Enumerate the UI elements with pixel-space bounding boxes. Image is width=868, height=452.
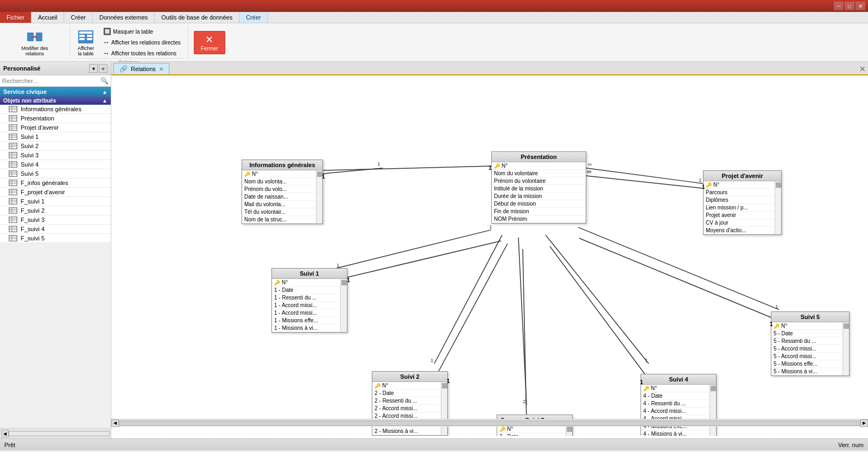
relations-tab-label: Relations (131, 66, 156, 72)
canvas-scroll-left[interactable]: ◀ (111, 419, 119, 427)
sidebar-item-suivi2[interactable]: Suivi 2 (0, 142, 111, 151)
svg-rect-63 (9, 226, 17, 232)
svg-rect-27 (9, 143, 17, 149)
relations-svg: 1 1 ∞ 1 1 1 1 2 (111, 75, 868, 436)
sidebar-header-btns[interactable]: ▾ « (89, 64, 107, 73)
sidebar-item-suivi1[interactable]: Suivi 1 (0, 132, 111, 142)
table-pa-row-2: Diplômes (704, 196, 775, 204)
table-icon-projet-avenir (9, 124, 17, 131)
table-icon-f-suivi3 (9, 217, 17, 223)
table-icon-f-suivi1 (9, 198, 17, 205)
minimize-btn[interactable]: ─ (834, 2, 844, 10)
table-s5-scrollbar[interactable] (842, 322, 849, 375)
sidebar-item-presentation[interactable]: Présentation (0, 114, 111, 123)
table-pa-row-4: Projet avenir (704, 212, 775, 219)
svg-line-74 (434, 244, 508, 379)
relations-directes-icon: ↔ (103, 39, 110, 46)
table-pa-scrollbar[interactable] (775, 181, 781, 234)
sidebar-item-f-suivi4[interactable]: F_suivi 4 (0, 225, 111, 234)
table-pres-row-4: Durée de la mission (492, 193, 586, 200)
relations-directes-label: Afficher les relations directes (111, 40, 181, 46)
key-icon-s4: 🔑 (643, 386, 649, 391)
tab-creer[interactable]: Créer (64, 12, 93, 23)
sidebar-item-f-suivi2[interactable]: F_suivi 2 (0, 206, 111, 215)
table-s2-scrollbar[interactable] (441, 382, 447, 435)
table-projet-avenir[interactable]: Projet d'avenir 🔑N° Parcours Diplômes Li… (703, 170, 782, 235)
sidebar-subsection-objets[interactable]: Objets non attribués ▲ (0, 97, 111, 105)
tab-creer-2[interactable]: Créer (239, 12, 268, 23)
table-s2-inner: 🔑N° 2 - Date 2 - Ressenti du ... 2 - Acc… (372, 382, 447, 435)
svg-text:1: 1 (699, 177, 702, 183)
sidebar-item-projet-avenir[interactable]: Projet d'avenir (0, 123, 111, 132)
relations-tab-close[interactable]: ✕ (159, 66, 163, 72)
canvas-hscroll[interactable]: ◀ ▶ (111, 419, 868, 426)
relations-directes-btn[interactable]: ↔ Afficher les relations directes (100, 37, 183, 47)
table-suivi5[interactable]: Suivi 5 🔑N° 5 - Date 5 - Ressenti du ...… (771, 311, 850, 376)
toutes-relations-btn[interactable]: ↔ Afficher toutes les relations (100, 48, 183, 58)
sidebar-item-f-projet-avenir[interactable]: F_projet d'avenir (0, 188, 111, 197)
ribbon: Fichier Accueil Créer Données externes O… (0, 12, 868, 62)
sidebar-item-suivi5[interactable]: Suivi 5 (0, 169, 111, 179)
sidebar-item-f-suivi3[interactable]: F_suivi 3 (0, 215, 111, 225)
sidebar-item-infos-generales[interactable]: Informations générales (0, 105, 111, 114)
sidebar-search[interactable]: 🔍 (0, 75, 111, 87)
label-pres-left-1: 1 (489, 165, 492, 171)
sidebar-scrollbar[interactable]: ◀ (0, 428, 111, 438)
sidebar-item-f-infos-generales[interactable]: F_infos générales (0, 179, 111, 188)
canvas-close-btn[interactable]: ✕ (859, 65, 866, 73)
relations-tab[interactable]: 🔗 Relations ✕ (113, 63, 169, 74)
afficher-table-btn[interactable]: Afficherla table (74, 27, 97, 58)
table-s2-row-1: 2 - Date (372, 390, 441, 397)
table-s3-rows: 🔑N° 3 - Date 3 - Ressenti du ... 3 - Acc… (497, 425, 566, 436)
fermer-btn[interactable]: ✕ Fermer (194, 31, 225, 54)
sidebar-item-f-suivi5[interactable]: F_suivi 5 (0, 234, 111, 243)
svg-line-81 (586, 168, 703, 183)
svg-rect-6 (79, 31, 92, 34)
sidebar-item-suivi4[interactable]: Suivi 4 (0, 160, 111, 169)
table-suivi1[interactable]: Suivi 1 🔑N° 1 - Date 1 - Ressenti du ...… (271, 268, 347, 333)
tab-fichier[interactable]: Fichier (0, 12, 31, 23)
sidebar-section-service-civique[interactable]: Service civique ▲ (0, 87, 111, 97)
table-s3-scrollbar[interactable] (566, 425, 572, 436)
sidebar-item-suivi3[interactable]: Suivi 3 (0, 151, 111, 160)
table-s4-scrollbar[interactable] (709, 385, 716, 436)
svg-text:1: 1 (775, 303, 778, 309)
masquer-table-label: Masquer la table (113, 29, 153, 35)
key-icon-s2: 🔑 (375, 383, 381, 389)
maximize-btn[interactable]: □ (845, 2, 854, 10)
table-s2-row-2: 2 - Ressenti du ... (372, 397, 441, 405)
tab-accueil[interactable]: Accueil (31, 12, 64, 23)
table-pres-row-7: NOM Prénom (492, 215, 586, 223)
svg-text:1: 1 (489, 224, 492, 230)
svg-rect-39 (9, 171, 17, 176)
table-s5-header: Suivi 5 (771, 312, 849, 322)
sidebar-label-suivi1: Suivi 1 (21, 133, 39, 140)
sidebar-header: Personnalisé ▾ « (0, 62, 111, 75)
table-ig-row-2: Prénom du volo... (242, 186, 316, 193)
table-s1-inner: 🔑N° 1 - Date 1 - Ressenti du ... 1 - Acc… (272, 279, 347, 332)
title-bar-controls[interactable]: ─ □ ✕ (834, 2, 865, 10)
scroll-left-btn[interactable]: ◀ (1, 430, 9, 437)
sidebar-collapse-btn[interactable]: « (99, 64, 107, 73)
sidebar-item-f-suivi1[interactable]: F_suivi 1 (0, 197, 111, 206)
canvas-scroll-right[interactable]: ▶ (860, 419, 868, 427)
table-pa-row-1: Parcours (704, 189, 775, 196)
table-icon-f-projet-avenir (9, 189, 17, 195)
table-s1-scrollbar[interactable] (340, 279, 347, 332)
table-informations-generales[interactable]: Informations générales 🔑N° Nom du volont… (242, 160, 323, 224)
tab-donnees-externes[interactable]: Données externes (93, 12, 155, 23)
table-icon-infos-generales (9, 106, 17, 112)
sidebar-options-btn[interactable]: ▾ (89, 64, 98, 73)
modifier-relations-btn[interactable]: Modifier desrelations (19, 27, 51, 58)
table-icon-f-suivi2 (9, 207, 17, 214)
toutes-relations-label: Afficher toutes les relations (111, 50, 176, 56)
close-btn[interactable]: ✕ (856, 2, 865, 10)
table-pres-row-0: 🔑N° (492, 162, 586, 170)
masquer-table-btn[interactable]: 🔲 Masquer la table (100, 27, 183, 36)
search-input[interactable] (2, 78, 100, 84)
table-presentation[interactable]: Présentation 🔑N° Nom du volontaire Préno… (491, 151, 586, 224)
sidebar-label-f-suivi3: F_suivi 3 (21, 217, 45, 223)
sidebar-label-suivi5: Suivi 5 (21, 170, 39, 177)
sidebar-subsection-label: Objets non attribués (3, 98, 56, 104)
tab-outils-bdd[interactable]: Outils de base de données (155, 12, 239, 23)
